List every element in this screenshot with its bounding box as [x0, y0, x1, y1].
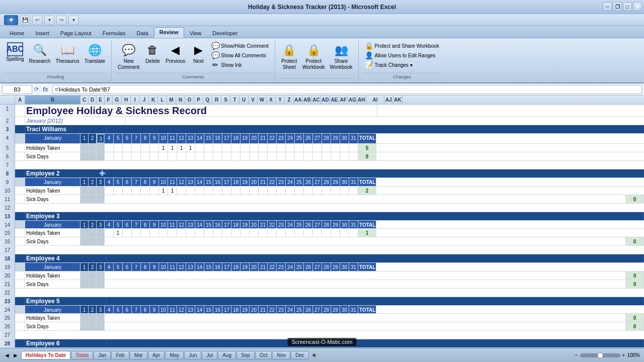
cell-Z6[interactable]	[286, 152, 295, 160]
col-header-S[interactable]: S	[221, 96, 230, 104]
cell-AA6[interactable]	[295, 152, 304, 160]
cell-B20[interactable]: Holidays Taken	[25, 272, 80, 280]
cell-C25[interactable]	[80, 314, 89, 322]
cell-Z24[interactable]: 24	[286, 306, 295, 314]
cell-AB9[interactable]: 26	[304, 178, 313, 186]
col-header-E[interactable]: E	[97, 96, 105, 104]
cell-A1[interactable]	[15, 105, 25, 116]
cell-J10[interactable]	[141, 187, 150, 195]
cell-X19[interactable]: 22	[268, 263, 277, 271]
cell-U15[interactable]	[240, 229, 250, 237]
cell-Z10[interactable]	[286, 187, 295, 195]
cell-AC6[interactable]	[313, 152, 322, 160]
cell-B2[interactable]: January [2012]	[25, 117, 126, 125]
cell-W6[interactable]	[259, 152, 268, 160]
col-header-F[interactable]: F	[105, 96, 113, 104]
cell-P24[interactable]: 14	[195, 306, 204, 314]
cell-O19[interactable]: 13	[186, 263, 195, 271]
cell-AC19[interactable]: 27	[313, 263, 322, 271]
cell-T5[interactable]	[231, 144, 240, 152]
cell-A13[interactable]	[15, 212, 25, 220]
cell-E20[interactable]	[97, 272, 105, 280]
cell-F24[interactable]: 4	[105, 306, 114, 314]
cell-L9[interactable]: 10	[159, 178, 168, 186]
cell-E11[interactable]	[97, 195, 105, 203]
cell-U4[interactable]: 19	[240, 134, 250, 143]
cell-E19[interactable]: 3	[97, 263, 105, 271]
cell-F14[interactable]: 4	[105, 221, 114, 229]
cell-AG24[interactable]: 31	[349, 306, 358, 314]
cell-T9[interactable]: 18	[231, 178, 240, 186]
cell-L4[interactable]: 10	[159, 134, 168, 143]
cell-E5[interactable]	[97, 144, 105, 152]
cell-A28[interactable]	[15, 339, 25, 347]
cell-AD19[interactable]: 28	[322, 263, 331, 271]
cell-N4[interactable]: 12	[177, 134, 186, 143]
cell-total-6[interactable]: 0	[358, 152, 376, 160]
cell-J15[interactable]	[141, 229, 150, 237]
cell-total-26[interactable]: 0	[626, 322, 644, 330]
cell-R5[interactable]	[213, 144, 222, 152]
cell-I24[interactable]: 7	[132, 306, 141, 314]
cell-AD24[interactable]: 28	[322, 306, 331, 314]
cell-AB15[interactable]	[304, 229, 313, 237]
col-header-AG[interactable]: AG	[348, 96, 357, 104]
cell-AC10[interactable]	[313, 187, 322, 195]
col-header-AC[interactable]: AC	[312, 96, 321, 104]
cell-rest16[interactable]	[105, 237, 626, 245]
cell-Q9[interactable]: 15	[204, 178, 213, 186]
cell-D21[interactable]	[89, 280, 97, 288]
cell-L5[interactable]: 1	[159, 144, 168, 152]
col-header-M[interactable]: M	[167, 96, 176, 104]
cell-AA14[interactable]: 25	[295, 221, 304, 229]
cell-R10[interactable]	[213, 187, 222, 195]
cell-C16[interactable]	[80, 237, 89, 245]
cell-L15[interactable]	[159, 229, 168, 237]
cell-I6[interactable]	[132, 152, 141, 160]
cell-K15[interactable]	[150, 229, 159, 237]
cell-W10[interactable]	[259, 187, 268, 195]
close-button[interactable]: ✕	[633, 2, 642, 11]
cell-AG15[interactable]	[349, 229, 358, 237]
cell-AE15[interactable]	[331, 229, 340, 237]
cell-A10[interactable]	[15, 187, 25, 195]
cell-P9[interactable]: 14	[195, 178, 204, 186]
cell-P15[interactable]	[195, 229, 204, 237]
cell-Z14[interactable]: 24	[286, 221, 295, 229]
cell-AC9[interactable]: 27	[313, 178, 322, 186]
cell-H19[interactable]: 6	[123, 263, 132, 271]
cell-AB19[interactable]: 26	[304, 263, 313, 271]
cell-H6[interactable]	[123, 152, 132, 160]
cell-B9[interactable]: January	[25, 178, 80, 186]
cell-W5[interactable]	[259, 144, 268, 152]
sheet-tab-may[interactable]: May	[165, 351, 184, 359]
cell-B5[interactable]: Holidays Taken	[25, 144, 80, 152]
cell-D5[interactable]	[89, 144, 97, 152]
office-button[interactable]: ✦	[4, 15, 18, 25]
cell-A6[interactable]	[15, 152, 25, 160]
cell-D4[interactable]: 2	[89, 134, 97, 143]
cell-total-20[interactable]: 0	[626, 272, 644, 280]
zoom-out-button[interactable]: −	[575, 352, 578, 358]
cell-H10[interactable]	[123, 187, 132, 195]
col-header-J[interactable]: J	[140, 96, 149, 104]
cell-J4[interactable]: 8	[141, 134, 150, 143]
cell-F15[interactable]	[105, 229, 114, 237]
maximize-button[interactable]: □	[623, 2, 632, 11]
cell-B16[interactable]: Sick Days	[25, 237, 80, 245]
cell-Z19[interactable]: 24	[286, 263, 295, 271]
col-header-AF[interactable]: AF	[339, 96, 348, 104]
col-header-AH[interactable]: AH	[357, 96, 366, 104]
zoom-in-button[interactable]: +	[622, 352, 625, 358]
cell-AB24[interactable]: 26	[304, 306, 313, 314]
cell-AC4[interactable]: 27	[313, 134, 322, 143]
cell-P10[interactable]	[195, 187, 204, 195]
formula-refresh-icon[interactable]: ⟳	[34, 86, 39, 93]
cell-AA4[interactable]: 25	[295, 134, 304, 143]
sheet-tab-sep[interactable]: Sep	[236, 351, 255, 359]
cell-M14[interactable]: 11	[168, 221, 177, 229]
cell-E4[interactable]: 3	[97, 134, 105, 143]
cell-AE24[interactable]: 29	[331, 306, 340, 314]
cell-AG19[interactable]: 31	[349, 263, 358, 271]
cell-O15[interactable]	[186, 229, 195, 237]
